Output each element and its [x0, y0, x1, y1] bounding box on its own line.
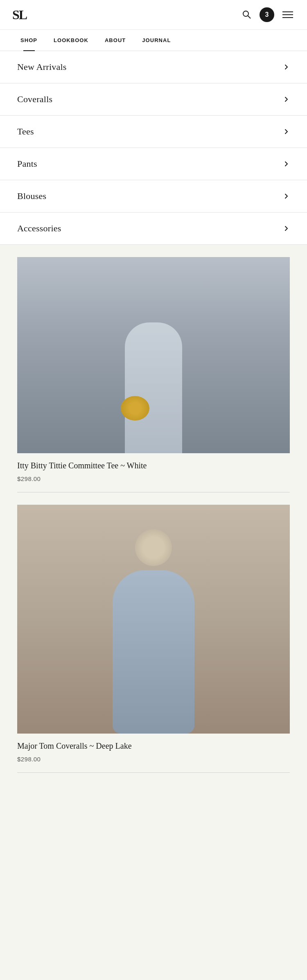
product-list: Itty Bitty Tittie Committee Tee ~ White … — [0, 245, 307, 797]
menu-item-pants[interactable]: Pants — [0, 148, 307, 180]
product-item: Major Tom Coveralls ~ Deep Lake $298.00 — [17, 501, 290, 773]
chevron-right-icon — [282, 96, 290, 103]
header-actions: 3 — [240, 7, 295, 22]
nav-item-about[interactable]: ABOUT — [97, 30, 134, 51]
svg-point-0 — [243, 11, 248, 16]
menu-item-blouses[interactable]: Blouses — [0, 180, 307, 213]
menu-item-accessories[interactable]: Accessories — [0, 213, 307, 244]
product-title: Major Tom Coveralls ~ Deep Lake — [17, 740, 290, 752]
nav-item-shop[interactable]: SHOP — [12, 30, 45, 51]
menu-line-3 — [282, 17, 293, 18]
chevron-right-icon — [282, 225, 290, 232]
menu-line-1 — [282, 11, 293, 12]
main-nav: SHOP LOOKBOOK ABOUT JOURNAL — [0, 30, 307, 51]
product-title: Itty Bitty Tittie Committee Tee ~ White — [17, 460, 290, 471]
nav-item-journal[interactable]: JOURNAL — [134, 30, 179, 51]
product-price: $298.00 — [17, 475, 290, 482]
menu-item-label: Tees — [17, 126, 34, 137]
shop-dropdown: New Arrivals Coveralls Tees Pants — [0, 51, 307, 245]
product-image-placeholder-2 — [17, 505, 290, 734]
chevron-right-icon — [282, 192, 290, 200]
menu-item-label: New Arrivals — [17, 62, 67, 72]
product-image[interactable] — [17, 257, 290, 453]
product-price: $298.00 — [17, 756, 290, 763]
menu-item-tees[interactable]: Tees — [0, 116, 307, 148]
chevron-right-icon — [282, 160, 290, 168]
menu-item-label: Coveralls — [17, 94, 52, 105]
product-image[interactable] — [17, 505, 290, 734]
product-item: Itty Bitty Tittie Committee Tee ~ White … — [17, 253, 290, 492]
cart-badge[interactable]: 3 — [260, 7, 274, 22]
search-icon — [242, 9, 251, 19]
menu-item-coveralls[interactable]: Coveralls — [0, 83, 307, 116]
site-logo[interactable]: SL — [12, 8, 27, 21]
menu-line-2 — [282, 14, 293, 15]
menu-item-new-arrivals[interactable]: New Arrivals — [0, 51, 307, 83]
nav-item-lookbook[interactable]: LOOKBOOK — [45, 30, 97, 51]
menu-item-label: Blouses — [17, 191, 46, 201]
svg-line-1 — [248, 16, 251, 18]
chevron-right-icon — [282, 63, 290, 71]
product-image-placeholder-1 — [17, 257, 290, 453]
menu-button[interactable] — [281, 10, 295, 20]
chevron-right-icon — [282, 128, 290, 135]
menu-item-label: Pants — [17, 159, 37, 169]
site-header: SL 3 — [0, 0, 307, 30]
search-button[interactable] — [240, 8, 253, 22]
menu-item-label: Accessories — [17, 223, 61, 234]
